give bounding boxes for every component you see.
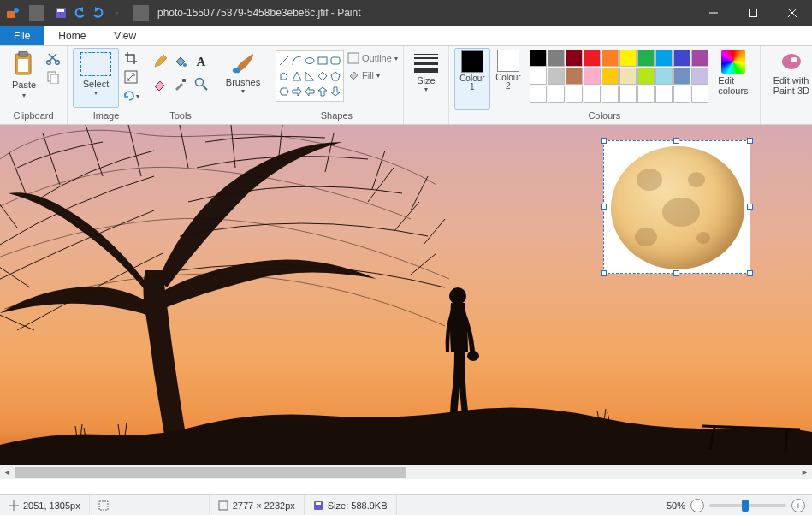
fill-label: Fill [362,70,374,80]
select-button[interactable]: Select ▾ [73,48,119,108]
edit-colours-button[interactable]: Edit colours [712,48,755,96]
palette-swatch[interactable] [673,68,690,85]
zoom-slider-knob[interactable] [742,500,749,512]
palette-swatch[interactable] [655,86,673,103]
cut-button[interactable] [44,50,62,67]
pencil-tool[interactable] [151,51,169,72]
paste-selection[interactable] [603,140,750,274]
colour-palette [526,48,712,103]
selection-handle[interactable] [747,204,753,210]
palette-swatch[interactable] [548,50,565,67]
shape-outline-button[interactable]: Outline▾ [347,50,398,66]
brushes-button[interactable]: Brushes ▾ [222,48,264,95]
crop-button[interactable] [122,50,139,67]
tab-home[interactable]: Home [44,26,100,45]
palette-swatch[interactable] [691,86,708,103]
selection-handle[interactable] [747,270,753,276]
selection-handle[interactable] [601,204,607,210]
eraser-tool[interactable] [151,74,169,94]
paste-button[interactable]: Paste ▾ [5,48,43,108]
palette-swatch[interactable] [530,50,547,67]
window-maximize-button[interactable] [733,0,773,26]
qat-save-icon[interactable] [53,5,68,21]
shape-pent-icon[interactable] [329,68,341,83]
shape-curve-icon[interactable] [291,53,303,68]
palette-swatch[interactable] [602,68,619,85]
magnify-tool[interactable] [192,74,210,94]
palette-swatch[interactable] [673,86,690,103]
qat-redo-icon[interactable] [91,5,106,21]
palette-swatch[interactable] [655,50,673,67]
palette-swatch[interactable] [637,86,655,103]
palette-swatch[interactable] [584,68,601,85]
palette-swatch[interactable] [548,86,565,103]
picker-tool[interactable] [171,74,190,94]
shape-arrowu-icon[interactable] [317,85,329,99]
colour-2-button[interactable]: Colour 2 [490,48,526,110]
fill-tool[interactable] [171,51,190,72]
palette-swatch[interactable] [691,68,708,85]
palette-swatch[interactable] [619,50,637,67]
text-tool[interactable]: A [192,51,210,72]
rotate-button[interactable]: ▾ [122,87,139,104]
scroll-left-button[interactable]: ◄ [0,465,15,480]
palette-swatch[interactable] [530,68,547,85]
qat-undo-icon[interactable] [72,5,87,21]
scroll-thumb[interactable] [15,467,406,478]
shape-arrowr-icon[interactable] [291,85,303,99]
scroll-right-button[interactable]: ► [797,465,812,480]
tab-file[interactable]: File [0,26,44,45]
size-button[interactable]: Size ▾ [409,48,443,93]
palette-swatch[interactable] [619,86,637,103]
palette-swatch[interactable] [637,50,655,67]
colour-1-button[interactable]: Colour 1 [454,48,490,110]
shape-hex-icon[interactable] [278,85,290,99]
shape-poly-icon[interactable] [278,68,290,83]
shape-fill-button[interactable]: Fill▾ [347,68,398,83]
horizontal-scrollbar[interactable]: ◄ ► [0,465,812,479]
shape-oval-icon[interactable] [304,53,316,68]
shape-roundrect-icon[interactable] [329,53,341,68]
palette-swatch[interactable] [566,86,583,103]
palette-swatch[interactable] [691,50,708,67]
palette-swatch[interactable] [602,50,619,67]
palette-swatch[interactable] [655,68,673,85]
palette-swatch[interactable] [619,68,637,85]
scroll-track[interactable] [15,465,797,480]
qat-customize-icon[interactable]: ▾ [110,5,125,21]
resize-button[interactable] [122,68,139,86]
palette-swatch[interactable] [530,86,547,103]
shapes-gallery[interactable] [276,50,344,102]
shape-diamond-icon[interactable] [317,68,329,83]
shape-line-icon[interactable] [278,53,290,68]
zoom-out-button[interactable]: − [690,499,704,512]
window-close-button[interactable] [773,0,812,26]
copy-button[interactable] [44,68,62,86]
selection-handle[interactable] [673,270,679,276]
selection-handle[interactable] [601,138,607,144]
palette-swatch[interactable] [566,50,583,67]
palette-swatch[interactable] [584,86,601,103]
palette-swatch[interactable] [637,68,655,85]
shape-arrowl-icon[interactable] [304,85,316,99]
palette-swatch[interactable] [566,68,583,85]
zoom-in-button[interactable]: + [791,499,805,512]
palette-swatch[interactable] [673,50,690,67]
shape-rect-icon[interactable] [317,53,329,68]
paint3d-button[interactable]: Edit with Paint 3D [766,48,812,96]
shape-arrowd-icon[interactable] [329,85,341,99]
palette-swatch[interactable] [602,86,619,103]
colour-2-label: Colour 2 [495,74,520,91]
shape-rtri-icon[interactable] [304,68,316,83]
selection-handle[interactable] [673,138,679,144]
svg-point-1 [14,8,19,13]
selection-handle[interactable] [601,270,607,276]
palette-swatch[interactable] [584,50,601,67]
selection-handle[interactable] [747,138,753,144]
tab-view[interactable]: View [100,26,151,45]
canvas-area[interactable]: ◄ ► [0,125,812,479]
zoom-slider[interactable] [709,504,786,507]
palette-swatch[interactable] [548,68,565,85]
shape-tri-icon[interactable] [291,68,303,83]
window-minimize-button[interactable] [694,0,733,26]
